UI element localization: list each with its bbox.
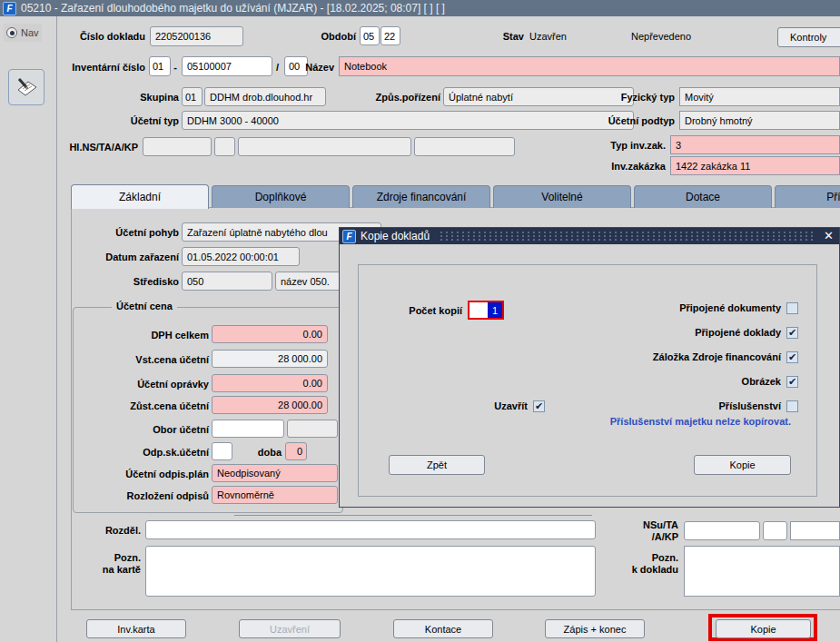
obdobi-year-field[interactable]: 22: [380, 26, 400, 45]
kontace-button[interactable]: Kontace: [393, 619, 493, 638]
odp-sk-field[interactable]: [212, 442, 232, 460]
inventarni-prefix-field[interactable]: 01: [149, 56, 171, 76]
obor-ucetni-field[interactable]: [212, 420, 284, 438]
nazev-field[interactable]: Notebook: [339, 56, 840, 76]
kopie-dokladu-dialog: F Kopie dokladů ✕ Počet kopií 1 Připojen…: [339, 227, 840, 508]
inv-karta-button[interactable]: Inv.karta: [86, 619, 186, 638]
uzavrit-checkbox[interactable]: ✔: [533, 400, 545, 412]
ucetni-podtyp-field[interactable]: Drobný hmotný: [679, 111, 840, 130]
pozn-doklad-label: Pozn. k dokladu: [599, 552, 678, 576]
kontroly-button[interactable]: Kontroly: [777, 27, 840, 47]
checkbox-row-pripojene-doklady: Připojené doklady ✔: [485, 323, 798, 341]
inventarni-sep1: -: [172, 61, 179, 74]
tab-doplnkove[interactable]: Doplňkové: [212, 185, 350, 208]
window-title: 05210 - Zařazení dlouhodobého majetku do…: [21, 2, 445, 15]
dph-field[interactable]: 0.00: [212, 325, 328, 343]
kopie-footer-button[interactable]: Kopie: [716, 619, 811, 638]
zpus-porizeni-label: Způs.pořízení: [354, 91, 440, 104]
edit-notepad-icon: [14, 74, 39, 100]
inventarni-number-field[interactable]: 05100007: [182, 56, 272, 76]
edit-note-button[interactable]: [8, 69, 44, 105]
nsu-field-1[interactable]: [684, 521, 760, 540]
hlns-field-2[interactable]: [214, 137, 235, 156]
nazev-label: Název: [291, 61, 334, 74]
ucetni-podtyp-label: Účetní podtyp: [590, 114, 675, 127]
fyzicky-typ-field[interactable]: Movitý: [679, 87, 840, 106]
pripojene-doklady-checkbox[interactable]: ✔: [786, 327, 798, 339]
zalozka-zdroje-checkbox[interactable]: ✔: [786, 351, 798, 363]
ucetni-typ-label: Účetní typ: [109, 114, 179, 127]
close-icon[interactable]: ✕: [824, 230, 834, 242]
cislo-dokladu-field[interactable]: 2205200136: [150, 26, 243, 46]
doba-field[interactable]: 0: [285, 442, 307, 460]
tab-prilohy[interactable]: Přílohy: [775, 185, 840, 208]
pozn-karta-textarea[interactable]: [145, 546, 596, 597]
inventarni-cislo-label: Inventární číslo: [50, 61, 145, 74]
stav-label: Stav: [454, 30, 524, 43]
hlns-label: Hl.NS/TA/A/KP: [59, 141, 138, 153]
stredisko-code-field[interactable]: 050: [182, 272, 272, 291]
rozlozeni-odpisu-field[interactable]: Rovnoměrně: [212, 486, 338, 504]
stredisko-label: Středisko: [109, 275, 179, 288]
prislusenstvi-checkbox[interactable]: [786, 400, 798, 412]
nav-label: Nav: [21, 27, 39, 38]
sidebar-divider: [56, 16, 57, 642]
zapis-konec-button[interactable]: Zápis + konec: [545, 619, 645, 638]
ucetni-pohyb-label: Účetní pohyb: [91, 226, 179, 239]
skupina-label: Skupina: [109, 91, 179, 104]
skupina-code-field[interactable]: 01: [182, 87, 203, 106]
tab-volitelne[interactable]: Volitelné: [493, 185, 631, 208]
dph-label: DPH celkem: [77, 329, 209, 341]
tab-dotace[interactable]: Dotace: [634, 185, 772, 208]
kopie-dialog-button[interactable]: Kopie: [694, 455, 791, 475]
ucetni-cena-title: Účetní cena: [112, 301, 177, 311]
rozlozeni-odpisu-label: Rozložení odpisů: [77, 489, 209, 502]
app-icon: F: [3, 2, 16, 15]
nsu-field-2[interactable]: [763, 521, 787, 540]
obdobi-month-field[interactable]: 05: [360, 26, 380, 45]
dialog-titlebar[interactable]: F Kopie dokladů ✕: [340, 228, 839, 244]
window-titlebar: F 05210 - Zařazení dlouhodobého majetku …: [0, 0, 840, 16]
inventarni-sep2: /: [273, 61, 282, 74]
zust-cena-field[interactable]: 28 000.00: [212, 396, 328, 414]
datum-zarazeni-label: Datum zařazení: [86, 251, 179, 263]
hlns-field-3[interactable]: [238, 137, 411, 156]
inv-zakazka-field[interactable]: 1422 zakázka 11: [670, 156, 840, 175]
doba-label: doba: [238, 446, 282, 459]
checkbox-row-pripojene-dokumenty: Připojené dokumenty: [485, 299, 798, 317]
typ-inv-zak-label: Typ inv.zak.: [590, 139, 666, 152]
dialog-app-icon: F: [342, 230, 356, 243]
skupina-name-field[interactable]: DDHM drob.dlouhod.hr: [204, 87, 326, 106]
dialog-info-text: Příslušenství majetku nelze kopírovat.: [485, 416, 791, 427]
prevod-status: Nepřevedeno: [631, 30, 691, 43]
stav-value: Uzavřen: [529, 30, 567, 43]
tab-zakladni[interactable]: Základní: [71, 184, 209, 209]
zpet-button[interactable]: Zpět: [389, 455, 485, 475]
hlns-field-4[interactable]: [414, 137, 515, 156]
vst-cena-label: Vst.cena účetní: [77, 353, 209, 366]
nsu-label: NSu/TA /A/KP: [599, 519, 678, 543]
hlns-field-1[interactable]: [143, 137, 212, 156]
rozdel-field[interactable]: [145, 520, 596, 539]
odpis-plan-field[interactable]: Neodpisovaný: [212, 464, 338, 482]
ucetni-opravky-field[interactable]: 0.00: [212, 374, 328, 392]
nav-toggle[interactable]: Nav: [4, 24, 42, 42]
nav-radio-icon[interactable]: [6, 27, 17, 38]
obor-ucetni-name-field[interactable]: [287, 420, 338, 438]
typ-inv-zak-field[interactable]: 3: [670, 135, 840, 154]
uzavreni-button: Uzavření: [239, 619, 341, 638]
dialog-title: Kopie dokladů: [361, 230, 430, 242]
ucetni-typ-field[interactable]: DDHM 3000 - 40000: [182, 111, 634, 130]
pozn-doklad-textarea[interactable]: [684, 546, 840, 597]
rozdel-label: Rozděl.: [73, 524, 141, 537]
tab-zdroje-financovani[interactable]: Zdroje financování: [352, 185, 490, 208]
pocet-kopii-label: Počet kopií: [362, 304, 462, 317]
vst-cena-field[interactable]: 28 000.00: [212, 350, 328, 368]
datum-zarazeni-field[interactable]: 01.05.2022 00:00:01: [182, 247, 300, 266]
nsu-field-3[interactable]: [790, 521, 840, 540]
separator-line: [234, 515, 592, 516]
checkbox-row-obrazek: Obrázek ✔: [485, 372, 798, 390]
odpis-plan-label: Účetní odpis.plán: [77, 468, 209, 480]
pripojene-dokumenty-checkbox[interactable]: [786, 302, 798, 314]
obrazek-checkbox[interactable]: ✔: [786, 376, 798, 388]
